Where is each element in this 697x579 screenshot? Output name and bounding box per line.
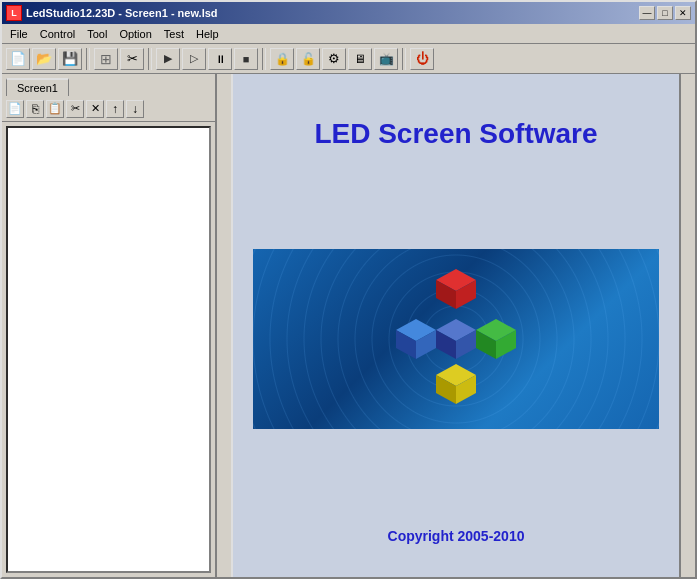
save-button[interactable] bbox=[58, 48, 82, 70]
panel-paste-icon bbox=[48, 102, 62, 115]
play-from-button[interactable] bbox=[182, 48, 206, 70]
preview-banner bbox=[253, 249, 659, 429]
scissors-icon bbox=[127, 51, 138, 66]
menu-option[interactable]: Option bbox=[113, 26, 157, 42]
lock-button[interactable] bbox=[270, 48, 294, 70]
right-panel: LED Screen Software bbox=[217, 74, 695, 577]
stop-icon bbox=[243, 53, 250, 65]
left-panel: Screen1 bbox=[2, 74, 217, 577]
open-button[interactable] bbox=[32, 48, 56, 70]
stop-button[interactable] bbox=[234, 48, 258, 70]
menu-tool[interactable]: Tool bbox=[81, 26, 113, 42]
title-buttons: — □ ✕ bbox=[639, 6, 691, 20]
menu-control[interactable]: Control bbox=[34, 26, 81, 42]
monitor-button[interactable] bbox=[348, 48, 372, 70]
panel-toolbar bbox=[2, 96, 215, 122]
logo-svg bbox=[381, 264, 531, 414]
power-button[interactable] bbox=[410, 48, 434, 70]
power-icon bbox=[416, 51, 429, 66]
separator-3 bbox=[262, 48, 266, 70]
main-toolbar bbox=[2, 44, 695, 74]
panel-new-icon bbox=[8, 102, 22, 115]
pause-button[interactable] bbox=[208, 48, 232, 70]
panel-copy-icon bbox=[32, 102, 39, 116]
separator-1 bbox=[86, 48, 90, 70]
separator-2 bbox=[148, 48, 152, 70]
monitor2-button[interactable] bbox=[374, 48, 398, 70]
panel-paste-button[interactable] bbox=[46, 100, 64, 118]
panel-list bbox=[6, 126, 211, 573]
unlock-button[interactable] bbox=[296, 48, 320, 70]
new-icon bbox=[10, 51, 26, 66]
lock-icon bbox=[275, 52, 290, 66]
play-button[interactable] bbox=[156, 48, 180, 70]
settings-icon bbox=[328, 51, 340, 66]
title-bar: L LedStudio12.23D - Screen1 - new.lsd — … bbox=[2, 2, 695, 24]
panel-up-button[interactable] bbox=[106, 100, 124, 118]
close-button[interactable]: ✕ bbox=[675, 6, 691, 20]
title-bar-left: L LedStudio12.23D - Screen1 - new.lsd bbox=[6, 5, 218, 21]
scissors-button[interactable] bbox=[120, 48, 144, 70]
pause-icon bbox=[215, 53, 226, 65]
panel-down-button[interactable] bbox=[126, 100, 144, 118]
open-icon bbox=[36, 51, 52, 66]
monitor-icon bbox=[354, 52, 366, 66]
preview-title: LED Screen Software bbox=[314, 118, 597, 150]
preview-copyright: Copyright 2005-2010 bbox=[388, 528, 525, 544]
menu-file[interactable]: File bbox=[4, 26, 34, 42]
preview-area: LED Screen Software bbox=[231, 74, 681, 577]
unlock-icon bbox=[301, 52, 316, 66]
main-window: L LedStudio12.23D - Screen1 - new.lsd — … bbox=[0, 0, 697, 579]
window-title: LedStudio12.23D - Screen1 - new.lsd bbox=[26, 7, 218, 19]
tab-screen1[interactable]: Screen1 bbox=[6, 78, 69, 96]
grid-icon bbox=[100, 51, 112, 67]
new-button[interactable] bbox=[6, 48, 30, 70]
grid-button[interactable] bbox=[94, 48, 118, 70]
panel-delete-icon bbox=[91, 102, 100, 115]
play-icon bbox=[164, 52, 172, 65]
menu-help[interactable]: Help bbox=[190, 26, 225, 42]
menu-bar: File Control Tool Option Test Help bbox=[2, 24, 695, 44]
panel-new-button[interactable] bbox=[6, 100, 24, 118]
separator-4 bbox=[402, 48, 406, 70]
panel-up-icon bbox=[112, 102, 118, 116]
panel-down-icon bbox=[132, 102, 138, 116]
menu-test[interactable]: Test bbox=[158, 26, 190, 42]
save-icon bbox=[62, 51, 78, 66]
panel-cut-button[interactable] bbox=[66, 100, 84, 118]
main-content: Screen1 LED Screen Software bbox=[2, 74, 695, 577]
minimize-button[interactable]: — bbox=[639, 6, 655, 20]
monitor2-icon bbox=[379, 52, 394, 66]
panel-copy-button[interactable] bbox=[26, 100, 44, 118]
app-icon: L bbox=[6, 5, 22, 21]
panel-cut-icon bbox=[71, 102, 80, 115]
playfrom-icon bbox=[190, 52, 198, 65]
tab-bar: Screen1 bbox=[2, 74, 215, 96]
settings-button[interactable] bbox=[322, 48, 346, 70]
panel-delete-button[interactable] bbox=[86, 100, 104, 118]
maximize-button[interactable]: □ bbox=[657, 6, 673, 20]
